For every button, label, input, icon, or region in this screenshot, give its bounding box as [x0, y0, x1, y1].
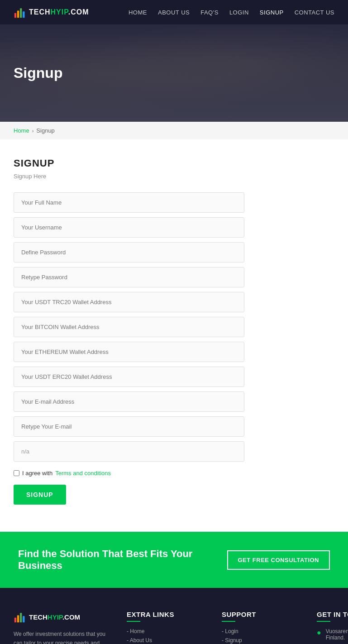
- footer-logo: TECHHYIP.COM: [14, 611, 113, 623]
- field-referral: [14, 441, 334, 462]
- nav-home[interactable]: HOME: [129, 9, 147, 16]
- email-input[interactable]: [14, 391, 244, 412]
- field-full-name: [14, 192, 334, 213]
- field-retype-password: [14, 267, 334, 287]
- breadcrumb-current: Signup: [36, 127, 54, 134]
- nav-about[interactable]: ABOUT US: [158, 9, 190, 16]
- bitcoin-input[interactable]: [14, 317, 244, 337]
- support-title: SUPPORT: [222, 611, 303, 622]
- logo-icon: [14, 6, 26, 19]
- field-bitcoin: [14, 317, 334, 337]
- site-footer: TECHHYIP.COM We offer investment solutio…: [0, 588, 348, 644]
- main-nav: HOME ABOUT US FAQ'S LOGIN SIGNUP CONTACT…: [129, 9, 334, 16]
- footer-extra-links-col: EXTRA LINKS - Home - About Us - Faq's - …: [127, 611, 208, 644]
- logo[interactable]: TECHHYIP.COM: [14, 6, 89, 19]
- svg-rect-1: [17, 11, 19, 18]
- site-header: TECHHYIP.COM HOME ABOUT US FAQ'S LOGIN S…: [0, 0, 348, 24]
- svg-rect-5: [17, 615, 19, 623]
- contact-title: GET IN TOUCH: [317, 611, 348, 622]
- nav-contact[interactable]: CONTACT US: [295, 9, 334, 16]
- signup-title: SIGNUP: [14, 157, 334, 169]
- hero-title: Signup: [14, 65, 62, 81]
- full-name-input[interactable]: [14, 192, 244, 213]
- svg-rect-6: [20, 613, 22, 622]
- footer-about-col: TECHHYIP.COM We offer investment solutio…: [14, 611, 113, 644]
- footer-support-signup[interactable]: - Signup: [222, 637, 303, 644]
- signup-form: I agree with Terms and conditions SIGNUP: [14, 192, 334, 505]
- field-usdt-erc20: [14, 367, 334, 387]
- terms-checkbox[interactable]: [14, 470, 19, 476]
- footer-grid: TECHHYIP.COM We offer investment solutio…: [14, 611, 334, 644]
- footer-address: ● Vuosarentie 11 A 1 HELSINKI 00980 Finl…: [317, 628, 348, 641]
- hero-section: Signup: [0, 24, 348, 122]
- field-retype-email: [14, 416, 334, 437]
- svg-rect-7: [23, 616, 24, 622]
- breadcrumb-separator: ›: [32, 128, 34, 134]
- cta-banner: Find the Solution That Best Fits Your Bu…: [0, 532, 348, 588]
- field-ethereum: [14, 342, 334, 362]
- svg-rect-4: [14, 618, 16, 623]
- footer-link-about[interactable]: - About Us: [127, 637, 208, 644]
- extra-links-title: EXTRA LINKS: [127, 611, 208, 622]
- retype-password-input[interactable]: [14, 267, 244, 287]
- usdt-erc20-input[interactable]: [14, 367, 244, 387]
- cta-text: Find the Solution That Best Fits Your Bu…: [18, 548, 227, 572]
- cta-button[interactable]: GET FREE CONSULTATION: [227, 550, 330, 570]
- main-content: SIGNUP Signup Here: [0, 139, 348, 532]
- username-input[interactable]: [14, 217, 244, 238]
- signup-subtitle: Signup Here: [14, 173, 334, 180]
- usdt-trc20-input[interactable]: [14, 292, 244, 312]
- field-username: [14, 217, 334, 238]
- footer-about-text: We offer investment solutions that you c…: [14, 630, 113, 644]
- svg-rect-2: [20, 8, 22, 18]
- ethereum-input[interactable]: [14, 342, 244, 362]
- signup-button[interactable]: SIGNUP: [14, 485, 66, 505]
- referral-input[interactable]: [14, 441, 244, 462]
- footer-support-col: SUPPORT - Login - Signup - Contact Us: [222, 611, 303, 644]
- define-password-input[interactable]: [14, 242, 244, 262]
- footer-link-home[interactable]: - Home: [127, 628, 208, 634]
- footer-logo-icon: [14, 611, 26, 623]
- retype-email-input[interactable]: [14, 416, 244, 437]
- footer-contact-col: GET IN TOUCH ● Vuosarentie 11 A 1 HELSIN…: [317, 611, 348, 644]
- nav-faqs[interactable]: FAQ'S: [200, 9, 219, 16]
- breadcrumb-home[interactable]: Home: [14, 127, 29, 134]
- nav-signup[interactable]: SIGNUP: [260, 9, 284, 16]
- agree-text: I agree with: [22, 470, 52, 477]
- agree-row: I agree with Terms and conditions: [14, 470, 334, 477]
- breadcrumb: Home › Signup: [0, 122, 348, 139]
- svg-rect-3: [23, 11, 24, 18]
- svg-rect-0: [14, 13, 16, 18]
- field-usdt-trc20: [14, 292, 334, 312]
- location-icon: ●: [317, 629, 321, 637]
- field-define-password: [14, 242, 334, 262]
- field-email: [14, 391, 334, 412]
- footer-support-login[interactable]: - Login: [222, 628, 303, 634]
- nav-login[interactable]: LOGIN: [229, 9, 249, 16]
- terms-link[interactable]: Terms and conditions: [55, 470, 111, 477]
